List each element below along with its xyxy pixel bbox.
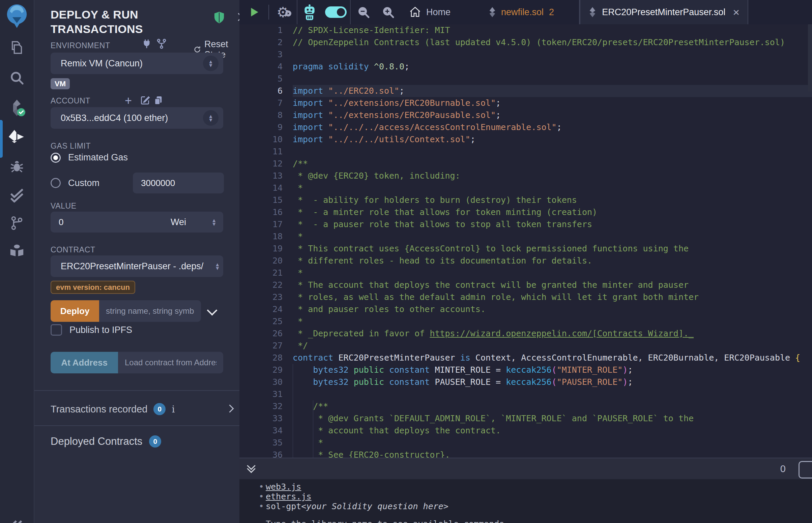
- settings-partial-icon[interactable]: [0, 514, 34, 523]
- code-line-8: 8import "../extensions/ERC20Pausable.sol…: [240, 109, 812, 121]
- code-line-35: 35 *: [240, 437, 812, 449]
- search-icon[interactable]: [0, 70, 34, 86]
- code-line-content: // OpenZeppelin Contracts (last updated …: [293, 36, 812, 49]
- editor-scrollbar[interactable]: [808, 24, 812, 92]
- publish-to-ipfs-checkbox[interactable]: [51, 324, 62, 336]
- tab-newfile-badge: 2: [549, 7, 554, 18]
- at-address-input[interactable]: [118, 352, 223, 373]
- custom-gas-option[interactable]: Custom: [51, 173, 100, 194]
- transactions-recorded-label: Transactions recorded: [51, 404, 147, 415]
- account-selected-value: 0x5B3...eddC4 (100 ether): [51, 113, 203, 123]
- deployed-contracts-count-badge: 0: [149, 435, 161, 448]
- code-line-content: // SPDX-License-Identifier: MIT: [293, 24, 812, 36]
- plug-icon[interactable]: [141, 38, 153, 51]
- code-line-content: [293, 49, 812, 61]
- expand-deploy-params-icon[interactable]: [208, 307, 216, 315]
- transactions-recorded-row[interactable]: Transactions recorded 0 i: [51, 403, 233, 415]
- terminal-listen-checkbox[interactable]: [798, 461, 812, 479]
- environment-selected-value: Remix VM (Cancun): [51, 58, 203, 69]
- contract-select[interactable]: ERC20PresetMinterPauser - .deps/ ▲▼: [51, 255, 223, 277]
- code-line-content: *: [293, 231, 812, 242]
- zoom-out-icon[interactable]: [351, 5, 376, 19]
- code-line-18: 18 *: [240, 231, 812, 242]
- line-number: 10: [240, 133, 283, 146]
- line-number: 19: [240, 242, 283, 255]
- activity-bar: [0, 0, 34, 523]
- line-number: 2: [240, 36, 283, 49]
- solidity-compiler-icon[interactable]: [0, 99, 34, 116]
- file-explorer-icon[interactable]: [0, 40, 34, 55]
- close-tab-icon[interactable]: ×: [733, 6, 740, 18]
- evm-version-badge: evm version: cancun: [51, 283, 135, 292]
- at-address-button[interactable]: At Address: [51, 352, 118, 373]
- zoom-in-icon[interactable]: [376, 5, 400, 19]
- unit-testing-icon[interactable]: [0, 187, 34, 203]
- indent-guide: [313, 413, 313, 425]
- custom-gas-input[interactable]: [133, 173, 224, 194]
- value-input[interactable]: [51, 212, 172, 233]
- custom-gas-radio[interactable]: [51, 178, 61, 188]
- tab-newfile[interactable]: newfile.sol 2: [488, 7, 554, 18]
- line-number: 6: [240, 85, 283, 97]
- transactions-count-badge: 0: [154, 403, 165, 415]
- collapse-terminal-icon[interactable]: [248, 466, 254, 472]
- ai-assistant-icon[interactable]: [297, 4, 322, 20]
- copy-account-icon[interactable]: [153, 95, 164, 107]
- script-config-button[interactable]: ⚙: [269, 4, 297, 21]
- expand-transactions-icon[interactable]: [227, 406, 233, 413]
- shield-icon[interactable]: [213, 11, 225, 25]
- bullet-icon: •: [257, 501, 266, 511]
- deploy-and-run-icon[interactable]: [0, 129, 34, 145]
- terminal-link[interactable]: web3.js: [266, 482, 301, 492]
- terminal-list-item[interactable]: •ethers.js: [257, 492, 812, 501]
- code-line-content: contract ERC20PresetMinterPauser is Cont…: [293, 352, 812, 364]
- code-line-content: * The account that deploys the contract …: [293, 279, 812, 291]
- line-number: 15: [240, 194, 283, 206]
- deploy-params-input[interactable]: [99, 300, 201, 322]
- terminal-output[interactable]: •web3.js•ethers.js•sol-gpt <your Solidit…: [240, 479, 812, 523]
- tab-newfile-label: newfile.sol: [501, 7, 544, 18]
- code-line-17: 17 * - a pauser role that allows to stop…: [240, 218, 812, 231]
- active-plugin-indicator: [0, 120, 3, 158]
- indent-guide: [293, 437, 293, 449]
- divider: [34, 390, 240, 391]
- line-number: 25: [240, 315, 283, 327]
- debugger-icon[interactable]: [0, 158, 34, 174]
- tab-home[interactable]: Home: [409, 6, 451, 19]
- code-line-content: bytes32 public constant PAUSER_ROLE = ke…: [293, 376, 812, 388]
- line-number: 20: [240, 255, 283, 267]
- add-account-icon[interactable]: +: [125, 94, 132, 108]
- tab-erc20presetminterpauser[interactable]: ERC20PresetMinterPauser.sol ×: [580, 0, 748, 24]
- terminal-bar[interactable]: 0: [240, 458, 812, 479]
- run-script-button[interactable]: [240, 6, 268, 18]
- deploy-button[interactable]: Deploy: [51, 300, 99, 322]
- indent-guide: [313, 400, 313, 413]
- code-line-content: [293, 146, 812, 158]
- fork-environment-icon[interactable]: [156, 38, 167, 51]
- at-address-row: At Address: [51, 352, 223, 373]
- edit-account-icon[interactable]: [140, 95, 151, 107]
- code-editor[interactable]: 1// SPDX-License-Identifier: MIT2// Open…: [240, 24, 812, 461]
- terminal-link[interactable]: ethers.js: [266, 492, 311, 501]
- line-number: 18: [240, 231, 283, 242]
- value-unit-select[interactable]: Wei ▲▼: [157, 212, 223, 233]
- line-number: 28: [240, 352, 283, 364]
- git-icon[interactable]: [0, 215, 34, 231]
- terminal-footer-text: Type the library name to see available c…: [266, 519, 509, 523]
- code-line-9: 9import "../../../access/AccessControlEn…: [240, 121, 812, 133]
- estimated-gas-radio[interactable]: [51, 152, 61, 163]
- terminal-list-item[interactable]: •web3.js: [257, 482, 812, 492]
- code-line-25: 25 *: [240, 315, 812, 327]
- code-line-content: * account that deploys the contract.: [293, 425, 812, 437]
- publish-to-ipfs-option[interactable]: Publish to IPFS: [51, 324, 132, 336]
- terminal-listen-count: 0: [780, 463, 786, 474]
- divider: [34, 425, 240, 426]
- ai-copilot-toggle[interactable]: [322, 6, 350, 18]
- account-select[interactable]: 0x5B3...eddC4 (100 ether) ▲▼: [51, 107, 223, 129]
- code-line-29: 29 bytes32 public constant MINTER_ROLE =…: [240, 364, 812, 376]
- environment-select[interactable]: Remix VM (Cancun) ▲▼: [51, 53, 223, 74]
- transactions-info-icon[interactable]: i: [172, 404, 175, 415]
- plugin-manager-icon[interactable]: [0, 243, 34, 259]
- bullet-icon: •: [257, 492, 266, 501]
- estimated-gas-option[interactable]: Estimated Gas: [51, 152, 128, 163]
